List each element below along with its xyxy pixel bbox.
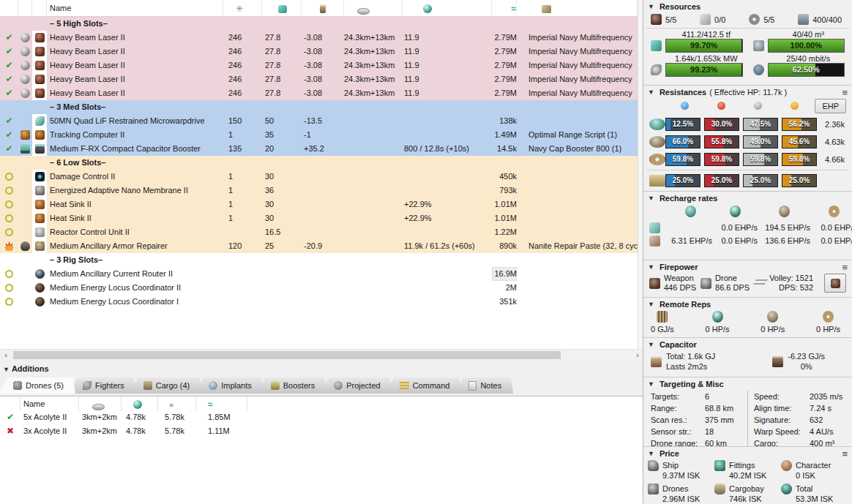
cpu-value: 30 [262, 198, 302, 211]
range-column-header[interactable] [344, 0, 403, 16]
module-state-cell[interactable] [0, 239, 18, 253]
range-value [344, 295, 403, 309]
fitting-row[interactable]: Medium Ancillary Armor Repairer12025-20.… [0, 239, 638, 253]
module-state-cell[interactable]: ✔ [0, 72, 18, 86]
module-state-cell[interactable] [0, 198, 18, 211]
power-column-header[interactable]: ✳ [223, 0, 262, 16]
drone-row[interactable]: ✖3x Acolyte II3km+2km4.78k5.78k1.11M [0, 424, 643, 438]
targeting-panel-header[interactable]: ▼Targeting & Misc [646, 379, 849, 389]
fitting-row[interactable]: ✔Heavy Beam Laser II24627.8-3.0824.3km+1… [0, 31, 638, 45]
firepower-menu-icon[interactable]: ≡ [842, 263, 848, 271]
remote-reps-panel-header[interactable]: ▼Remote Reps [646, 299, 849, 309]
tab-fighter[interactable]: Fighters [68, 377, 136, 394]
laser-module-icon [35, 75, 45, 84]
armor-icon [767, 311, 778, 323]
firepower-panel-header[interactable]: ▼ Firepower ≡ [646, 262, 849, 272]
fitting-row[interactable]: Heat Sink II130+22.9%1.01M [0, 198, 638, 211]
tracking-module-icon [35, 130, 45, 140]
fitting-row[interactable]: ✔Heavy Beam Laser II24627.8-3.0824.3km+1… [0, 59, 638, 72]
capacitor-column-header[interactable] [302, 0, 344, 16]
fitting-row[interactable]: ✔Heavy Beam Laser II24627.8-3.0824.3km+1… [0, 45, 638, 59]
tab-notes[interactable]: Notes [454, 377, 513, 394]
drone-state-cell[interactable]: ✔ [0, 410, 20, 424]
module-state-cell[interactable]: ✔ [0, 59, 18, 72]
recharge-panel-header[interactable]: ▼Recharge rates [646, 193, 849, 203]
module-state-cell[interactable]: ✔ [0, 142, 18, 156]
drone-state-cell[interactable]: ✖ [0, 424, 20, 438]
charge-icon-column-header [18, 0, 32, 16]
targeting-value: 18 [705, 426, 714, 437]
weapon-settings-button[interactable] [824, 274, 846, 293]
fitting-row[interactable]: Energized Adaptive Nano Membrane II13679… [0, 184, 638, 198]
tab-implant[interactable]: Implants [194, 377, 264, 394]
active-check-icon: ✔ [5, 46, 12, 56]
module-state-cell[interactable] [0, 267, 18, 281]
resistances-panel-header[interactable]: ▼ Resistances ( Effective HP: 11.7k ) ≡ [646, 87, 849, 97]
capacitor-total: Total: 1.6k GJ [666, 351, 715, 361]
price-menu-icon[interactable]: ≡ [842, 450, 848, 458]
tab-cargo[interactable]: Cargo (4) [129, 377, 201, 394]
name-column-header[interactable]: Name [47, 0, 223, 16]
module-state-cell[interactable] [0, 225, 18, 239]
fitting-row[interactable]: Medium Energy Locus Coordinator II2M [0, 281, 638, 295]
fitting-row[interactable]: Reactor Control Unit II16.51.22M [0, 225, 638, 239]
fitting-row[interactable]: ✔Heavy Beam Laser II24627.8-3.0824.3km+1… [0, 86, 638, 100]
drone-price-column[interactable]: ≈ [196, 396, 247, 411]
module-state-cell[interactable]: ✔ [0, 114, 18, 128]
fitting-row[interactable]: Medium Energy Locus Coordinator I351k [0, 295, 638, 309]
horizontal-scrollbar[interactable]: ‹ › [0, 349, 643, 361]
module-state-cell[interactable] [0, 295, 18, 309]
module-state-cell[interactable] [0, 281, 18, 295]
ehp-toggle-button[interactable]: EHP [815, 99, 846, 113]
drone-dps-value: 86.6 DPS [715, 283, 750, 293]
module-state-cell[interactable] [0, 184, 18, 198]
module-state-cell[interactable] [0, 170, 18, 184]
price-panel-header[interactable]: ▼ Price ≡ [646, 448, 849, 459]
fitting-row[interactable]: Medium Ancillary Current Router II16.9M [0, 267, 638, 281]
tab-booster[interactable]: Boosters [256, 377, 326, 394]
fitting-row[interactable]: ✔Medium F-RX Compact Capacitor Booster13… [0, 142, 638, 156]
targeting-value: 4 AU/s [810, 426, 833, 437]
fitting-row[interactable]: Damage Control II130450k [0, 170, 638, 184]
module-state-cell[interactable]: ✔ [0, 31, 18, 45]
cpu-icon [651, 40, 662, 51]
resistances-menu-icon[interactable]: ≡ [842, 89, 848, 97]
misc-value [403, 267, 492, 281]
capacitor-battery-icon [651, 356, 662, 367]
power-value: 150 [223, 114, 262, 128]
ammo-column-header[interactable] [517, 0, 638, 16]
crystal-charge-icon [20, 89, 30, 98]
tab-projected[interactable]: Projected [319, 377, 392, 394]
drone-misc-column[interactable] [122, 396, 158, 411]
module-icon-cell [32, 225, 47, 239]
price-label: Total [796, 484, 833, 494]
drone-name-column[interactable]: Name [20, 396, 79, 411]
cpu-column-header[interactable] [262, 0, 302, 16]
cpu-value: 27.8 [262, 31, 302, 45]
calibration-slots: 5/5 [749, 14, 774, 25]
crystal-charge-icon [20, 75, 30, 84]
fitting-row[interactable]: ✔Heavy Beam Laser II24627.8-3.0824.3km+1… [0, 72, 638, 86]
additions-header[interactable]: ▼Additions [0, 360, 643, 373]
module-state-cell[interactable] [0, 211, 18, 225]
resist-percent: 45.6% [782, 136, 816, 148]
fitting-row[interactable]: Heat Sink II130+22.9%1.01M [0, 211, 638, 225]
misc-column-header[interactable] [403, 0, 492, 16]
module-state-cell[interactable]: ✔ [0, 128, 18, 142]
scrollbar-thumb[interactable] [13, 351, 561, 359]
fitting-row[interactable]: ✔50MN Quad LiF Restrained Microwarpdrive… [0, 114, 638, 128]
capacitor-panel-header[interactable]: ▼Capacitor [646, 339, 849, 350]
tab-drone[interactable]: Drones (5) [0, 377, 75, 394]
module-state-cell[interactable]: ✔ [0, 45, 18, 59]
module-name: Medium F-RX Compact Capacitor Booster [47, 142, 223, 156]
tab-command[interactable]: Command [385, 377, 462, 394]
price-column-header[interactable]: ≈ [492, 0, 517, 16]
fitting-row[interactable]: ✔Tracking Computer II135-11.49MOptimal R… [0, 128, 638, 142]
module-state-cell[interactable]: ✔ [0, 86, 18, 100]
drone-row[interactable]: ✔5x Acolyte II3km+2km4.78k5.78k1.85M [0, 410, 643, 424]
resources-panel-header[interactable]: ▼Resources [646, 1, 849, 12]
scroll-right-arrow-icon[interactable]: › [633, 350, 642, 360]
drone-volley-column[interactable]: » [158, 396, 196, 411]
scroll-left-arrow-icon[interactable]: ‹ [1, 350, 10, 360]
drone-range-column[interactable] [79, 396, 122, 411]
